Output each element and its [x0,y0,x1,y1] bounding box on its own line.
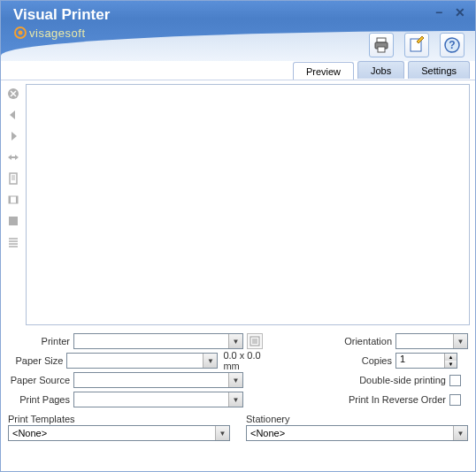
print-pages-label: Print Pages [8,394,73,405]
svg-rect-13 [16,196,18,203]
circle-x-icon [7,88,19,100]
spin-down-button[interactable]: ▼ [445,361,457,368]
help-button[interactable]: ? [440,33,464,57]
edit-icon [408,36,426,54]
body-area [1,80,475,327]
app-title: Visual Printer [13,6,110,24]
orientation-label: Orientation [289,336,395,346]
double-side-checkbox[interactable] [449,375,461,386]
close-button[interactable]: ✕ [454,6,466,19]
print-templates-combo[interactable]: <None> ▼ [8,425,230,441]
remove-button[interactable] [5,86,21,102]
brand: visagesoft [13,26,86,40]
preview-pane [26,84,470,325]
film-button[interactable] [5,192,21,208]
svg-rect-14 [9,217,18,225]
svg-text:?: ? [449,39,455,51]
chevron-down-icon: ▼ [453,426,467,440]
printer-label: Printer [8,336,73,346]
toolbar-left [1,80,26,327]
chevron-down-icon: ▼ [228,373,242,387]
film-icon [7,194,19,206]
fields-panel: Printer ▼ Orientation ▼ Paper Size ▼ 0.0… [1,327,475,414]
page-button[interactable] [5,171,21,187]
edit-button[interactable] [404,33,429,57]
arrows-h-icon [7,151,19,164]
tab-settings[interactable]: Settings [408,61,470,79]
spin-up-button[interactable]: ▲ [445,354,457,361]
print-button[interactable] [369,33,394,57]
reverse-order-label: Print In Reverse Order [349,394,446,405]
tab-preview[interactable]: Preview [293,62,354,80]
chevron-down-icon: ▼ [453,334,467,348]
arrow-left-icon [7,109,19,121]
printer-icon [372,36,390,54]
grid-icon [7,215,19,227]
stationery-label: Stationery [246,414,468,424]
print-templates-label: Print Templates [8,414,230,424]
titlebar: Visual Printer visagesoft − ✕ ? [1,1,475,61]
brand-eye-icon [13,26,27,40]
double-side-label: Double-side printing [359,375,446,385]
copies-spinner[interactable]: 1 ▲▼ [395,353,457,369]
svg-point-1 [19,31,23,35]
list-button[interactable] [5,234,21,250]
printer-properties-button[interactable] [247,333,263,349]
chevron-down-icon: ▼ [203,354,217,368]
svg-rect-4 [378,47,385,52]
list-icon [7,236,19,248]
chevron-down-icon: ▼ [228,392,242,407]
print-templates-value: <None> [9,428,215,438]
help-icon: ? [443,36,461,54]
page-icon [7,172,19,185]
app-window: Visual Printer visagesoft − ✕ ? [0,0,476,472]
copies-label: Copies [289,355,395,366]
grid-button[interactable] [5,213,21,229]
tabs-row: Preview Jobs Settings [1,61,475,80]
print-pages-combo[interactable]: ▼ [73,392,243,407]
forward-button[interactable] [5,128,21,144]
orientation-combo[interactable]: ▼ [395,333,468,349]
paper-size-label: Paper Size [8,355,66,366]
printer-combo[interactable]: ▼ [73,333,243,349]
templates-row: Print Templates <None> ▼ Stationery <Non… [1,414,475,445]
minimize-button[interactable]: − [433,6,445,19]
stationery-value: <None> [247,428,453,438]
paper-source-label: Paper Source [8,375,73,385]
paper-source-combo[interactable]: ▼ [73,372,243,388]
brand-text: visagesoft [29,27,86,40]
arrow-right-icon [7,130,19,142]
chevron-down-icon: ▼ [215,426,229,440]
fullwidth-button[interactable] [5,149,21,165]
copies-value: 1 [396,354,444,368]
svg-rect-10 [10,173,17,184]
back-button[interactable] [5,107,21,123]
svg-rect-2 [377,38,386,42]
properties-icon [250,336,260,346]
svg-rect-12 [9,196,11,203]
chevron-down-icon: ▼ [228,334,242,348]
reverse-order-checkbox[interactable] [449,394,461,406]
tab-jobs[interactable]: Jobs [357,61,404,79]
dimensions-text: 0.0 x 0.0 mm [223,350,273,371]
paper-size-combo[interactable]: ▼ [66,353,218,369]
stationery-combo[interactable]: <None> ▼ [246,425,468,441]
